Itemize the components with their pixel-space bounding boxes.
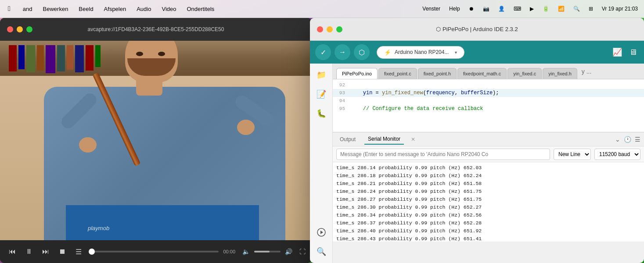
arduino-toolbar: ✓ → ⬡ ⚡ Arduino Nano RP204... ▾ 📈 🖥 (310, 41, 644, 64)
menu-and[interactable]: and (18, 4, 37, 14)
serial-line: time_s 286.21 probability 0.99 pitch (Hz… (336, 180, 640, 188)
serial-line: time_s 286.27 probability 0.99 pitch (Hz… (336, 195, 640, 203)
serial-line: time_s 286.14 probability 0.99 pitch (Hz… (336, 164, 640, 172)
file-tabs: PiPePoPo.ino fixed_point.c fixed_point.h… (333, 64, 644, 79)
chapters-button[interactable]: ☰ (73, 246, 84, 258)
progress-knob[interactable] (89, 249, 95, 255)
svg-marker-1 (320, 231, 323, 234)
arduino-sidebar: 📁 📝 🐛 🔍 (310, 64, 333, 263)
run-icon (317, 228, 326, 237)
serial-line: time_s 286.34 probability 0.99 pitch (Hz… (336, 211, 640, 219)
datetime-label: Vr 19 apr 21:03 (599, 5, 640, 13)
arduino-icon: ⬡ (436, 26, 443, 32)
serial-monitor-close[interactable]: ✕ (411, 136, 415, 142)
menu-ondertitels[interactable]: Ondertitels (182, 4, 219, 14)
arduino-close-button[interactable] (317, 26, 323, 32)
menu-video[interactable]: Video (157, 4, 180, 14)
progress-bar[interactable] (89, 251, 219, 252)
facetime-icon: 📷 (480, 5, 492, 13)
arduino-editor: PiPePoPo.ino fixed_point.c fixed_point.h… (333, 64, 644, 263)
verify-button[interactable]: ✓ (315, 44, 331, 60)
line-ending-select[interactable]: New Line (554, 149, 591, 160)
board-selector[interactable]: ⚡ Arduino Nano RP204... ▾ (377, 46, 464, 59)
tabs-more-button[interactable]: y ... (578, 65, 595, 78)
arduino-window-controls (317, 26, 342, 32)
minimize-button[interactable] (17, 26, 23, 32)
volume-icon[interactable]: 🔈 (240, 246, 252, 257)
apple-menu[interactable]:  (4, 3, 15, 14)
debug-button[interactable]: ⬡ (354, 44, 370, 60)
tab-fixed-point-c[interactable]: fixed_point.c (378, 68, 417, 79)
arduino-window: ⬡ PiPePoPo | Arduino IDE 2.3.2 ✓ → ⬡ ⚡ A… (310, 18, 644, 263)
menu-beeld[interactable]: Beeld (74, 4, 97, 14)
arduino-bottom-panel: Output Serial Monitor ✕ ⌄ 🕐 ☰ New Line (333, 132, 644, 242)
serial-plotter-button[interactable]: 📈 (611, 46, 624, 59)
upload-button[interactable]: → (335, 44, 350, 60)
playmobil-text: playmob (88, 225, 109, 231)
board-name-label: Arduino Nano RP204... (395, 49, 451, 55)
play-icon: ▶ (527, 5, 536, 13)
battery-icon: 🔋 (540, 5, 552, 13)
fast-forward-button[interactable]: ⏭ (40, 246, 52, 257)
tab-pipepopo[interactable]: PiPePoPo.ino (336, 68, 378, 79)
sidebar-board-button[interactable] (313, 224, 329, 240)
bottom-clock-icon[interactable]: 🕐 (624, 136, 631, 143)
qt-controls: ⏮ ⏸ ⏭ ⏹ ☰ 00:00 🔈 🔊 ⛶ (0, 240, 312, 263)
volume-fill (254, 251, 270, 252)
hand-right (237, 120, 255, 135)
fullscreen-button[interactable]: ⛶ (299, 248, 306, 255)
arduino-minimize-button[interactable] (327, 26, 333, 32)
baud-rate-select[interactable]: 115200 baud (594, 149, 640, 160)
tab-yin-fixed-h[interactable]: yin_fixed.h (543, 68, 577, 79)
volume-max-icon[interactable]: 🔊 (282, 246, 295, 257)
board-chevron-icon: ▾ (455, 50, 457, 55)
quicktime-titlebar: avcapture://1FD4B3A2-236E-492B-8CE5-255D… (0, 18, 312, 41)
menu-help[interactable]: Help (446, 5, 463, 13)
control-center-icon[interactable]: ⊞ (586, 5, 596, 13)
tab-output[interactable]: Output (336, 135, 359, 144)
code-line-95: 95 // Configure the data receive callbac… (333, 105, 644, 113)
serial-line: time_s 286.40 probability 0.99 pitch (Hz… (336, 227, 640, 235)
menu-afspelen[interactable]: Afspelen (100, 4, 131, 14)
serial-line: time_s 286.30 probability 0.99 pitch (Hz… (336, 203, 640, 211)
tab-fixedpoint-math[interactable]: fixedpoint_math.c (457, 68, 507, 79)
arduino-maximize-button[interactable] (336, 26, 342, 32)
close-button[interactable] (7, 26, 13, 32)
search-icon[interactable]: 🔍 (571, 5, 583, 13)
serial-message-input[interactable] (336, 149, 550, 160)
rewind-button[interactable]: ⏮ (6, 246, 18, 257)
tab-yin-fixed-c[interactable]: yin_fixed.c (507, 68, 542, 79)
tab-fixed-point-h[interactable]: fixed_point.h (418, 68, 457, 79)
hand-left (79, 137, 97, 153)
maximize-button[interactable] (26, 26, 32, 32)
tshirt (66, 205, 259, 240)
bottom-chevron-down[interactable]: ⌄ (615, 136, 620, 143)
eye-left (136, 52, 143, 56)
serial-line: time_s 286.43 probability 0.99 pitch (Hz… (336, 235, 640, 242)
stop-button[interactable]: ⏹ (56, 246, 68, 257)
progress-bar-container[interactable] (89, 251, 219, 252)
menu-audio[interactable]: Audio (132, 4, 155, 14)
eye-right (158, 52, 165, 56)
window-controls (7, 26, 32, 32)
bottom-panel-icons: ⌄ 🕐 ☰ (615, 136, 640, 143)
menubar-right: Venster Help ⏺ 📷 👤 ⌨ ▶ 🔋 📶 🔍 ⊞ Vr 19 apr… (420, 5, 640, 13)
sidebar-folder-button[interactable]: 📁 (313, 67, 329, 83)
quicktime-window: avcapture://1FD4B3A2-236E-492B-8CE5-255D… (0, 18, 312, 263)
volume-bar[interactable] (254, 251, 281, 252)
serial-monitor-button[interactable]: 🖥 (627, 46, 639, 59)
time-display: 00:00 (223, 249, 235, 254)
serial-line: time_s 286.37 probability 0.99 pitch (Hz… (336, 219, 640, 227)
volume-control: 🔈 🔊 (240, 246, 295, 257)
user-icon: 👤 (496, 5, 507, 13)
code-editor[interactable]: 92 93 yin = yin_fixed_new(frequency, buf… (333, 79, 644, 132)
menu-venster[interactable]: Venster (420, 5, 443, 13)
tab-serial-monitor[interactable]: Serial Monitor (364, 134, 404, 145)
sidebar-search-button[interactable]: 🔍 (313, 244, 329, 259)
sidebar-edit-button[interactable]: 📝 (313, 86, 329, 102)
arduino-titlebar: ⬡ PiPePoPo | Arduino IDE 2.3.2 (310, 18, 644, 41)
sidebar-debug-button[interactable]: 🐛 (313, 106, 329, 121)
bottom-list-icon[interactable]: ☰ (635, 136, 640, 143)
pause-button[interactable]: ⏸ (23, 246, 35, 257)
menu-bewerken[interactable]: Bewerken (39, 4, 73, 14)
